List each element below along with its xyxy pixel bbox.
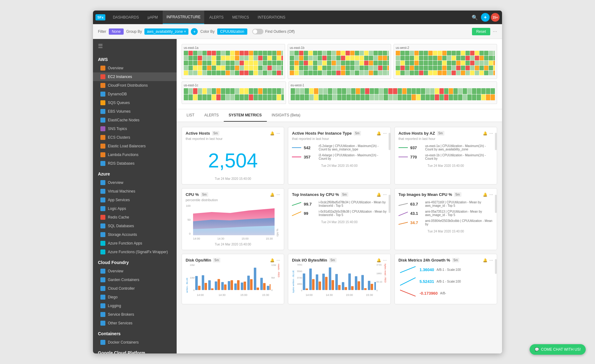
heatmap-block-3[interactable]: us-west-2 [394,44,497,79]
search-icon[interactable]: 🔍 [470,12,480,22]
sidebar-item-dynamodb[interactable]: DynamoDB [93,90,177,98]
sidebar-item-lambda[interactable]: Lambda Functions [93,150,177,159]
scrollbar-2[interactable] [495,133,497,150]
sidebar-item-docker[interactable]: Docker Containers [93,338,177,347]
outliers-toggle[interactable]: Find Outliers (Off) [252,29,295,34]
avatar[interactable]: 15+ [491,13,500,22]
heatmap-block-4[interactable]: us-east-1c [182,81,286,104]
more-icon-5[interactable]: ⋯ [383,193,387,197]
more-icon-8[interactable]: ⋯ [383,258,387,262]
nav-uapm[interactable]: µAPM [144,11,161,24]
sidebar-item-other-services[interactable]: Other Services [93,319,177,327]
svg-rect-401 [188,94,193,100]
reset-button[interactable]: Reset [472,28,490,35]
cpu-subtitle: percentile distribution [186,198,280,202]
svg-rect-440 [360,88,365,94]
tab-list[interactable]: LIST [182,109,199,122]
more-icon-6[interactable]: ⋯ [489,193,493,197]
sidebar-item-logging[interactable]: Logging [93,301,177,310]
scrollbar-4[interactable] [495,195,497,213]
sidebar-item-cloud-controller[interactable]: Cloud Controller [93,284,177,293]
svg-rect-205 [313,66,317,70]
sidebar-item-azure-overview[interactable]: Overview [93,178,177,187]
sidebar-item-elasticache[interactable]: ElastiCache Nodes [93,116,177,124]
more-options-icon[interactable]: ⋯ [493,29,497,34]
bell-icon[interactable]: 🔔 [270,131,275,136]
tab-insights[interactable]: INSIGHTS (Beta) [267,109,306,122]
color-by-tag[interactable]: CPUUtilization [217,28,247,35]
bell-icon-3[interactable]: 🔔 [483,131,487,136]
more-icon-7[interactable]: ⋯ [276,258,280,262]
sidebar-item-app-services[interactable]: App Services [93,196,177,204]
scrollbar-5[interactable] [495,259,497,274]
sidebar-item-vms[interactable]: Virtual Machines [93,187,177,196]
svg-rect-338 [456,66,461,70]
sidebar-item-sqs[interactable]: SQS Queues [93,98,177,107]
svg-rect-1 [188,51,193,55]
nav-alerts[interactable]: ALERTS [205,11,227,24]
bell-icon-9[interactable]: 🔔 [483,258,487,262]
svg-rect-189 [355,61,359,65]
sidebar-item-redis[interactable]: Redis Cache [93,213,177,222]
group-by-tag[interactable]: aws_availability_zone × [144,28,188,35]
heatmap-block-2[interactable]: us-east-1b [288,44,391,79]
sidebar-item-sql[interactable]: SQL Databases [93,222,177,230]
svg-rect-445 [384,88,388,94]
more-icon-2[interactable]: ⋯ [383,131,387,136]
svg-rect-64 [249,61,253,65]
svg-rect-151 [294,56,299,60]
bell-icon-4[interactable]: 🔔 [270,193,275,197]
sidebar-item-cf-overview[interactable]: Overview [93,267,177,275]
bell-icon-7[interactable]: 🔔 [270,258,275,262]
scrollbar-3[interactable] [389,195,390,213]
scrollbar-1[interactable] [389,133,390,150]
tab-system-metrics[interactable]: SYSTEM METRICS [224,109,267,122]
bell-icon-2[interactable]: 🔔 [377,131,381,136]
chat-button[interactable]: 💬 COME CHAT WITH US! [530,344,586,355]
sidebar-item-service-brokers[interactable]: Service Brokers [93,310,177,319]
svg-rect-92 [263,66,267,70]
filter-none-tag[interactable]: None [109,28,124,35]
add-button[interactable]: + [481,13,490,22]
sidebar-item-ecs[interactable]: ECS Clusters [93,133,177,142]
nav-dashboards[interactable]: DASHBOARDS [109,11,143,24]
svg-rect-409 [226,94,230,100]
nav-integrations[interactable]: INTEGRATIONS [254,11,289,24]
svg-rect-331 [424,66,428,70]
sidebar-item-rds[interactable]: RDS Databases [93,159,177,168]
sidebar-item-garden[interactable]: Garden Containers [93,275,177,284]
sidebar-item-cloudfront[interactable]: CloudFront Distributions [93,81,177,90]
sidebar-item-aws-overview[interactable]: Overview [93,64,177,72]
bell-icon-6[interactable]: 🔔 [483,193,487,197]
svg-rect-305 [419,61,423,65]
sidebar-item-elb[interactable]: Elastic Load Balancers [93,142,177,150]
more-icon-3[interactable]: ⋯ [489,131,493,136]
toggle-switch[interactable] [252,29,263,34]
sidebar-item-ebs[interactable]: EBS Volumes [93,107,177,116]
svg-rect-487 [370,94,374,100]
bell-icon-8[interactable]: 🔔 [377,258,381,262]
svg-rect-370 [489,71,493,75]
svg-rect-414 [249,94,253,100]
sidebar-item-sns[interactable]: SNS Topics [93,124,177,133]
bell-icon-5[interactable]: 🔔 [377,193,381,197]
sidebar-item-diego[interactable]: Diego [93,293,177,301]
more-icon-4[interactable]: ⋯ [276,193,280,197]
more-icon[interactable]: ⋯ [276,131,280,136]
sidebar-item-ec2[interactable]: EC2 Instances [93,72,177,81]
svg-rect-327 [405,66,409,70]
nav-metrics[interactable]: METRICS [229,11,253,24]
heatmap-block-1[interactable]: us-east-1a // Generate heatmap cells [182,44,285,79]
add-filter-button[interactable]: + [191,28,198,35]
sidebar-item-storage[interactable]: Storage Accounts [93,230,177,239]
nav-infrastructure[interactable]: INFRASTRUCTURE [163,11,204,24]
sidebar-item-azure-functions-wrapper[interactable]: Azure Functions (SignalFx Wrapper) [93,248,177,256]
sidebar-item-logic-apps[interactable]: Logic Apps [93,204,177,213]
sidebar-item-azure-functions[interactable]: Azure Function Apps [93,239,177,248]
more-icon-9[interactable]: ⋯ [489,258,493,262]
hamburger-menu[interactable]: ☰ [93,39,177,53]
tab-alerts[interactable]: ALERTS [199,109,223,122]
svg-rect-410 [230,94,235,100]
card-hosts-instance-type: Active Hosts Per Instance Type 5m 🔔 ⋯ th… [288,127,390,184]
heatmap-block-5[interactable]: eu-west-1 [289,81,497,104]
